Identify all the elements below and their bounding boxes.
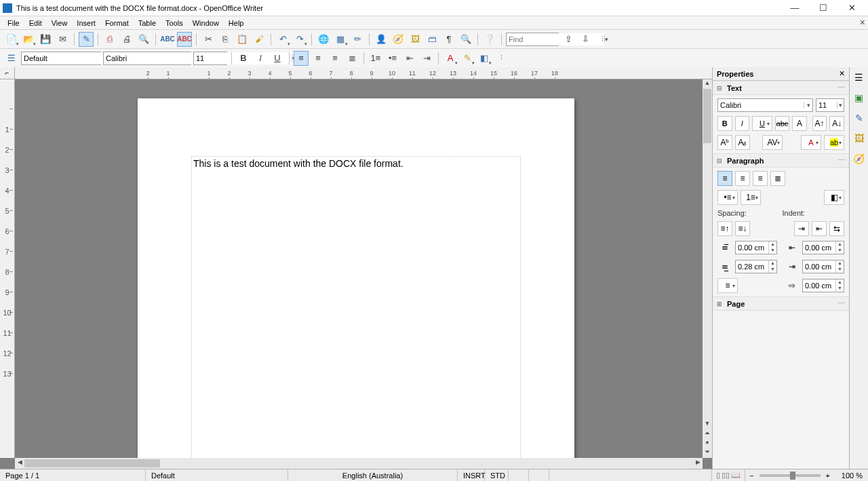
- font-size-select[interactable]: ▾: [193, 52, 227, 65]
- para-align-center-button[interactable]: ≡: [735, 171, 750, 186]
- export-pdf-button[interactable]: ⎙: [102, 32, 117, 47]
- scroll-left-button[interactable]: ◀: [15, 459, 24, 468]
- align-left-button[interactable]: ≡: [294, 51, 309, 66]
- gallery-button[interactable]: 🖼: [408, 32, 422, 47]
- navigator-button[interactable]: 🧭: [391, 32, 406, 47]
- hanging-indent-button[interactable]: ⇆: [829, 221, 844, 236]
- nonprinting-chars-button[interactable]: ¶: [441, 32, 456, 47]
- font-color-button[interactable]: A▾: [443, 51, 458, 66]
- help-button[interactable]: ❔: [482, 32, 497, 47]
- scroll-up-button[interactable]: ▲: [703, 79, 712, 89]
- menu-view[interactable]: View: [47, 18, 73, 28]
- spacing-below-input[interactable]: ▲▼: [735, 260, 777, 273]
- deck-properties-button[interactable]: ▣: [852, 90, 867, 105]
- line-spacing-button[interactable]: ≡: [717, 278, 738, 293]
- increase-indent-button[interactable]: ⇥: [794, 221, 809, 236]
- find-next-button[interactable]: ⇩: [578, 32, 593, 47]
- cut-button[interactable]: ✂: [201, 32, 216, 47]
- new-button[interactable]: 📄▾: [4, 32, 19, 47]
- format-paintbrush-button[interactable]: 🖌: [252, 32, 267, 47]
- formatting-overflow[interactable]: ⋮: [494, 51, 509, 66]
- menu-edit[interactable]: Edit: [24, 18, 47, 28]
- menu-help[interactable]: Help: [224, 18, 249, 28]
- menu-file[interactable]: File: [3, 18, 24, 28]
- para-numbering-button[interactable]: 1≡: [741, 190, 761, 205]
- status-language[interactable]: English (Australia): [288, 469, 458, 481]
- font-name-input[interactable]: [104, 52, 201, 64]
- hscroll-thumb[interactable]: [24, 459, 160, 467]
- paste-button[interactable]: 📋: [235, 32, 250, 47]
- props-bold-button[interactable]: B: [717, 116, 732, 131]
- next-page-button[interactable]: ⏷: [703, 448, 712, 458]
- show-draw-button[interactable]: ✏: [350, 32, 365, 47]
- align-center-button[interactable]: ≡: [311, 51, 326, 66]
- properties-close-icon[interactable]: ✕: [839, 69, 845, 78]
- scroll-down-button[interactable]: ▼: [703, 420, 712, 429]
- menu-window[interactable]: Window: [188, 18, 224, 28]
- increase-indent-button[interactable]: ⇥: [419, 51, 434, 66]
- decrease-indent-button[interactable]: ⇤: [402, 51, 417, 66]
- close-document-button[interactable]: ×: [860, 17, 865, 28]
- document-canvas[interactable]: This is a test document with the DOCX fi…: [15, 79, 703, 458]
- props-subscript-button[interactable]: Aᵦ: [735, 135, 750, 150]
- deck-gallery-button[interactable]: 🖼: [852, 131, 867, 146]
- find-replace-button[interactable]: 👤: [374, 32, 389, 47]
- status-zoom[interactable]: 100 %: [834, 469, 868, 481]
- sidebar-settings-button[interactable]: ☰: [852, 70, 867, 85]
- para-bgcolor-button[interactable]: ◧: [824, 190, 844, 205]
- status-style[interactable]: Default: [146, 469, 288, 481]
- close-button[interactable]: ✕: [838, 1, 865, 15]
- props-font-color-button[interactable]: A: [801, 135, 821, 150]
- align-justify-button[interactable]: ≣: [344, 51, 359, 66]
- ruler-corner[interactable]: ⌐: [0, 67, 15, 79]
- toolbar-overflow[interactable]: ⋮: [595, 32, 610, 47]
- decrease-spacing-button[interactable]: ≡↓: [735, 221, 750, 236]
- zoom-slider[interactable]: [760, 474, 821, 477]
- numbered-list-button[interactable]: 1≡: [368, 51, 383, 66]
- more-icon[interactable]: ⋯: [837, 83, 845, 92]
- para-align-justify-button[interactable]: ≣: [770, 171, 785, 186]
- paragraph-style-select[interactable]: ▾: [21, 52, 101, 65]
- zoom-in-button[interactable]: +: [826, 472, 830, 480]
- horizontal-ruler[interactable]: 21123456789101112131415161718: [15, 67, 712, 79]
- indent-first-input[interactable]: ▲▼: [802, 279, 844, 292]
- table-button[interactable]: ▦▾: [333, 32, 348, 47]
- scroll-right-button[interactable]: ▶: [693, 459, 703, 468]
- font-name-select[interactable]: ▾: [103, 52, 191, 65]
- menu-insert[interactable]: Insert: [72, 18, 100, 28]
- status-insert-mode[interactable]: INSRT: [458, 469, 485, 481]
- print-preview-button[interactable]: 🔍: [136, 32, 151, 47]
- props-underline-button[interactable]: U: [752, 116, 772, 131]
- horizontal-scrollbar[interactable]: ◀ ▶: [15, 458, 703, 469]
- print-button[interactable]: 🖨: [119, 32, 134, 47]
- para-align-right-button[interactable]: ≡: [753, 171, 768, 186]
- auto-spellcheck-button[interactable]: ABC: [177, 32, 192, 47]
- maximize-button[interactable]: ☐: [810, 1, 837, 15]
- zoom-button[interactable]: 🔍: [458, 32, 473, 47]
- align-right-button[interactable]: ≡: [328, 51, 342, 66]
- page-section-header[interactable]: ⊞ Page ⋯: [713, 296, 849, 311]
- deck-styles-button[interactable]: ✎: [852, 111, 867, 126]
- vscroll-thumb[interactable]: [703, 89, 711, 143]
- find-toolbar-input[interactable]: ▾: [506, 33, 559, 46]
- data-sources-button[interactable]: 🗃: [425, 32, 439, 47]
- save-button[interactable]: 💾: [38, 32, 53, 47]
- decrease-indent-button[interactable]: ⇤: [812, 221, 827, 236]
- bold-button[interactable]: B: [236, 51, 251, 66]
- increase-spacing-button[interactable]: ≡↑: [717, 221, 732, 236]
- props-strike-button[interactable]: abc: [775, 116, 790, 131]
- nav-button[interactable]: ●: [703, 439, 712, 448]
- deck-navigator-button[interactable]: 🧭: [852, 151, 867, 166]
- indent-right-input[interactable]: ▲▼: [802, 260, 844, 273]
- menu-tools[interactable]: Tools: [161, 18, 188, 28]
- vertical-scrollbar[interactable]: ▲ ▼ ⏶ ● ⏷: [703, 79, 712, 458]
- prev-page-button[interactable]: ⏶: [703, 429, 712, 439]
- email-button[interactable]: ✉: [55, 32, 70, 47]
- text-section-header[interactable]: ⊟ Text ⋯: [713, 81, 849, 95]
- props-shadow-button[interactable]: A: [792, 116, 807, 131]
- paragraph-section-header[interactable]: ⊟ Paragraph ⋯: [713, 153, 849, 168]
- props-decrease-font-button[interactable]: A↓: [829, 116, 844, 131]
- para-bullets-button[interactable]: •≡: [717, 190, 738, 205]
- background-color-button[interactable]: ◧▾: [477, 51, 492, 66]
- status-page[interactable]: Page 1 / 1: [0, 469, 146, 481]
